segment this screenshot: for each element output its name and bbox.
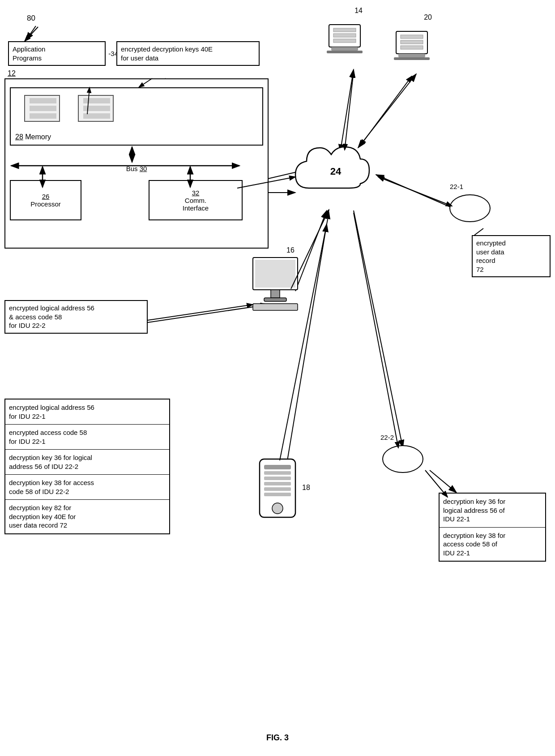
svg-line-67 [148,305,253,320]
svg-line-64 [354,213,398,448]
svg-rect-40 [264,298,286,301]
ref-16-label: 16 [286,246,295,254]
svg-line-22 [430,470,457,493]
memory-ref-label: 28 Memory [15,133,51,141]
svg-rect-34 [394,57,430,60]
svg-rect-31 [401,40,423,44]
server-20: 20 [389,22,434,72]
memory-icon-2 [78,95,114,122]
svg-point-36 [450,195,490,222]
svg-line-3 [26,26,36,40]
svg-rect-46 [264,482,291,485]
svg-rect-47 [264,487,291,491]
row2-label: encrypted access code 58for IDU 22-1 [9,429,87,445]
mem-slot-1 [30,98,56,103]
svg-rect-26 [333,39,356,43]
row5-label: decryption key 82 fordecryption key 40E … [9,504,76,529]
svg-line-21 [474,228,483,235]
comm-interface-box-32: 32 Comm. Interface [149,180,243,220]
server-14: 14 [322,16,367,65]
comm-label: Comm. [185,197,206,204]
large-keys-box: encrypted logical address 56for IDU 22-1… [4,399,170,534]
device-box-12: 12 28 Memory Bus 30 26 Process [4,78,269,249]
ref-22-1-label: 22-1 [450,183,463,190]
large-box-row-5: decryption key 82 fordecryption key 40E … [5,500,169,533]
large-box-row-4: decryption key 38 for accesscode 58 of I… [5,475,169,500]
large-box-row-2: encrypted access code 58for IDU 22-1 [5,425,169,450]
mem-slot-5 [83,106,110,111]
mem-slot-3 [30,113,56,119]
svg-rect-41 [253,304,298,310]
svg-rect-45 [264,477,291,480]
encrypted-keys-box: encrypted decryption keys 40Efor user da… [116,41,260,66]
decryption-keys-22-2-box: decryption key 36 forlogical address 56 … [439,493,546,562]
svg-rect-48 [264,493,291,496]
row1-label: encrypted logical address 56for IDU 22-1 [9,404,94,420]
bus-label: Bus 30 [126,165,147,172]
mem-slot-4 [83,98,110,103]
svg-rect-32 [401,46,423,49]
ref-80-label: 80 [27,13,35,23]
app-programs-label: ApplicationPrograms [13,45,45,62]
svg-line-63 [378,177,452,206]
bus-bar: Bus 30 [10,162,263,175]
svg-line-53 [25,27,38,41]
svg-line-17 [354,210,403,448]
phone-18: 18 [255,457,300,520]
dec-box-row-1: decryption key 36 forlogical address 56 … [440,494,545,528]
dec-row1-label: decryption key 36 forlogical address 56 … [443,498,505,523]
ref-12-label: 12 [8,69,16,77]
memory-box-28: 28 Memory [10,87,263,146]
svg-rect-44 [264,471,291,475]
ref-22-2-label: 22-2 [380,434,394,441]
dec-row2-label: decryption key 38 foraccess code 58 ofID… [443,532,505,557]
fig-caption-text: FIG. 3 [266,733,289,742]
svg-rect-25 [333,34,356,37]
large-box-row-1: encrypted logical address 56for IDU 22-1 [5,399,169,425]
desktop-16: 16 [251,255,309,314]
encrypted-user-data-box: encrypteduser datarecord72 [472,235,551,277]
svg-rect-39 [271,290,280,298]
processor-box-26: 26 Processor [10,180,81,220]
ref-20-label: 20 [424,13,432,21]
ref-18-label: 18 [302,484,310,492]
encrypted-logical-small-box: encrypted logical address 56& access cod… [4,300,148,334]
encrypted-user-data-label: encrypteduser datarecord72 [476,239,506,273]
row3-label: decryption key 36 for logicaladdress 56 … [9,454,92,470]
mem-slot-6 [83,113,110,119]
app-programs-box: ApplicationPrograms -34 [8,41,106,66]
svg-rect-30 [401,35,423,39]
svg-line-15 [358,74,416,148]
svg-rect-38 [255,260,295,288]
figure-caption: FIG. 3 [0,733,555,743]
encrypted-keys-label: encrypted decryption keys 40Efor user da… [121,45,213,62]
cloud-24: 24 [291,139,380,210]
svg-line-62 [360,76,412,146]
svg-rect-27 [331,47,358,51]
comm-label2: Interface [183,204,209,212]
svg-rect-28 [327,51,363,53]
dec-box-row-2: decryption key 38 foraccess code 58 ofID… [440,528,545,561]
proc-ref: 26 [42,193,50,200]
idu-22-2: 22-2 [380,443,425,477]
svg-rect-24 [333,28,356,32]
svg-text:24: 24 [330,166,342,177]
comm-ref: 32 [192,189,200,197]
svg-point-50 [383,446,423,472]
ref-14-label: 14 [354,7,363,15]
encrypted-logical-small-label: encrypted logical address 56& access cod… [9,304,94,329]
svg-rect-33 [398,54,425,57]
memory-icon-1 [24,95,60,122]
proc-label: Processor [30,200,61,208]
svg-rect-43 [264,465,291,469]
large-box-row-3: decryption key 36 for logicaladdress 56 … [5,450,169,475]
idu-22-1: 22-1 [448,193,492,226]
row4-label: decryption key 38 for accesscode 58 of I… [9,479,94,495]
svg-line-61 [345,72,354,150]
svg-point-49 [272,503,283,514]
mem-slot-2 [30,106,56,111]
